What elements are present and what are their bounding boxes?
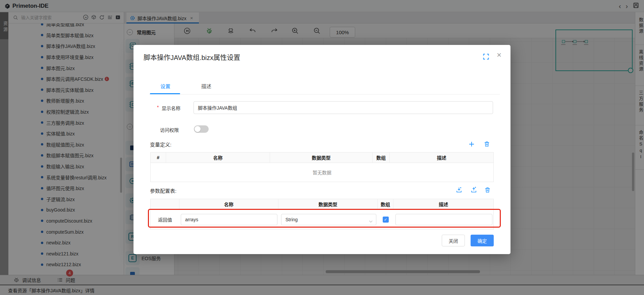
array-checkbox[interactable]: ✓ — [383, 217, 389, 223]
param-category: 返回值 — [158, 216, 172, 223]
dialog-tab-settings[interactable]: 设置 — [160, 82, 170, 90]
maximize-icon[interactable] — [483, 54, 489, 61]
display-name-label: 显示名称 — [162, 105, 180, 111]
variables-section-label: 变量定义: — [150, 141, 171, 148]
close-button[interactable]: 关闭 — [442, 235, 465, 246]
display-name-input[interactable] — [194, 101, 493, 114]
empty-data-text: 暂无数据 — [151, 163, 493, 182]
param-description-input[interactable] — [395, 214, 492, 225]
dialog-tab-description[interactable]: 描述 — [201, 82, 211, 90]
access-permission-toggle[interactable] — [194, 125, 209, 133]
toggle-knob — [195, 126, 201, 132]
export-params-icon[interactable] — [470, 186, 477, 195]
primeton-ide-window: Primeton-IDE ‹ › 资源 AI — [0, 0, 644, 295]
data-type-select[interactable]: String — [281, 214, 376, 225]
add-variable-icon[interactable] — [468, 141, 475, 149]
params-table: 名称 数据类型 数组 描述 返回值 String ✓ — [150, 199, 494, 230]
confirm-button[interactable]: 确定 — [471, 235, 494, 246]
dialog-title: 脚本操作JAVA数组.bizx属性设置 — [144, 52, 240, 62]
param-name-input[interactable] — [181, 214, 277, 225]
delete-params-icon[interactable] — [484, 187, 491, 194]
divider — [149, 94, 500, 95]
import-params-icon[interactable] — [455, 186, 463, 195]
delete-variable-icon[interactable] — [484, 141, 490, 149]
required-mark: * — [157, 105, 159, 110]
param-row-return-value: 返回值 String ✓ — [151, 210, 493, 229]
params-table-header: 名称 数据类型 数组 描述 — [151, 199, 493, 210]
access-permission-label: 访问权限 — [160, 126, 179, 133]
variables-table-header: # 名称 数据类型 数组 描述 — [151, 153, 493, 163]
chevron-down-icon — [369, 219, 373, 224]
params-section-label: 参数配置表: — [150, 187, 176, 194]
variables-table: # 名称 数据类型 数组 描述 暂无数据 — [150, 152, 494, 182]
close-icon[interactable]: × — [497, 51, 501, 59]
properties-dialog: 脚本操作JAVA数组.bizx属性设置 × 设置 描述 * 显示名称 访问权限 … — [133, 45, 511, 254]
